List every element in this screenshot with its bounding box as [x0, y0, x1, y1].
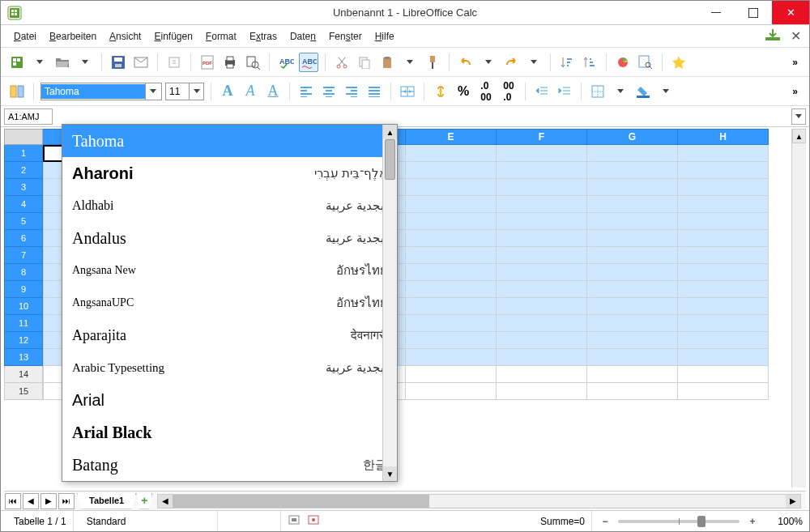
- cell[interactable]: [678, 145, 769, 162]
- cell[interactable]: [678, 315, 769, 332]
- currency-button[interactable]: [431, 82, 450, 101]
- align-center-button[interactable]: [319, 82, 339, 101]
- remove-decimal-button[interactable]: 00.0: [499, 82, 518, 101]
- scroll-up-button[interactable]: ▲: [383, 125, 397, 139]
- cell[interactable]: [406, 332, 497, 349]
- next-sheet-button[interactable]: ▶: [40, 493, 57, 509]
- cell[interactable]: [678, 383, 769, 400]
- font-name-input[interactable]: [41, 84, 145, 99]
- column-header[interactable]: H: [678, 129, 769, 145]
- underline-button[interactable]: A: [263, 82, 283, 101]
- cell[interactable]: [497, 213, 587, 230]
- cut-button[interactable]: [332, 53, 352, 72]
- cell[interactable]: [678, 349, 769, 366]
- menu-einfuegen[interactable]: Einfügen: [149, 28, 197, 45]
- percent-button[interactable]: %: [454, 82, 473, 101]
- menu-extras[interactable]: Extras: [245, 28, 282, 45]
- scroll-up-button[interactable]: ▲: [792, 129, 806, 143]
- cell[interactable]: [587, 162, 678, 179]
- menu-format[interactable]: Format: [201, 28, 241, 45]
- download-icon[interactable]: [765, 28, 781, 44]
- cell[interactable]: [406, 230, 497, 247]
- status-sum[interactable]: Summe=0: [534, 511, 592, 531]
- font-name-dropdown-button[interactable]: [145, 83, 160, 100]
- hscroll-thumb[interactable]: [173, 495, 429, 508]
- close-document-button[interactable]: ✕: [791, 28, 801, 44]
- borders-dropdown[interactable]: [611, 82, 630, 101]
- cell[interactable]: [587, 332, 678, 349]
- increase-indent-button[interactable]: [555, 82, 574, 101]
- font-list-scrollbar[interactable]: ▲ ▼: [382, 125, 397, 481]
- cell[interactable]: [678, 247, 769, 264]
- menu-daten[interactable]: Daten: [285, 28, 321, 45]
- cell[interactable]: [406, 264, 497, 281]
- cell[interactable]: [406, 247, 497, 264]
- format-paintbrush-button[interactable]: [423, 53, 442, 72]
- bg-color-button[interactable]: [633, 82, 653, 101]
- font-option[interactable]: Batang한글: [62, 449, 397, 481]
- row-header[interactable]: 15: [4, 383, 43, 400]
- font-size-input[interactable]: [166, 84, 189, 99]
- font-option[interactable]: Arabic Typesettingأبجدية عربية: [62, 351, 397, 384]
- cell[interactable]: [587, 179, 678, 196]
- row-header[interactable]: 14: [4, 366, 43, 383]
- row-header[interactable]: 9: [4, 281, 43, 298]
- sort-desc-button[interactable]: [580, 53, 599, 72]
- print-preview-button[interactable]: [243, 53, 262, 72]
- print-button[interactable]: [220, 53, 240, 72]
- font-option[interactable]: AngsanaUPCอักษรไทย: [62, 287, 397, 319]
- status-insert-mode[interactable]: [224, 511, 281, 531]
- save-button[interactable]: [109, 53, 128, 72]
- cell[interactable]: [497, 264, 587, 281]
- undo-dropdown[interactable]: [479, 53, 498, 72]
- menu-ansicht[interactable]: Ansicht: [104, 28, 146, 45]
- sort-asc-button[interactable]: [557, 53, 577, 72]
- cell[interactable]: [587, 315, 678, 332]
- decrease-indent-button[interactable]: [532, 82, 552, 101]
- sheet-tab[interactable]: Tabelle1: [77, 493, 136, 509]
- styles-button[interactable]: [7, 82, 27, 101]
- font-option[interactable]: Tahoma: [62, 125, 397, 157]
- row-header[interactable]: 4: [4, 196, 43, 213]
- row-header[interactable]: 8: [4, 264, 43, 281]
- font-option[interactable]: Angsana Newอักษรไทย: [62, 254, 397, 287]
- zoom-slider[interactable]: [618, 520, 740, 523]
- first-sheet-button[interactable]: ⏮: [5, 493, 21, 509]
- paste-button[interactable]: [377, 53, 397, 72]
- cell[interactable]: [497, 315, 587, 332]
- horizontal-scrollbar[interactable]: ◀ ▶: [157, 494, 801, 509]
- cell[interactable]: [497, 247, 587, 264]
- add-decimal-button[interactable]: .000: [476, 82, 496, 101]
- cell[interactable]: [406, 349, 497, 366]
- row-header[interactable]: 3: [4, 179, 43, 196]
- maximize-button[interactable]: [735, 1, 772, 24]
- cell[interactable]: [497, 196, 587, 213]
- zoom-out-button[interactable]: −: [599, 515, 612, 528]
- column-header[interactable]: G: [587, 129, 678, 145]
- menu-fenster[interactable]: Fenster: [324, 28, 367, 45]
- minimize-button[interactable]: [697, 1, 735, 24]
- align-right-button[interactable]: [342, 82, 361, 101]
- font-option[interactable]: Arial Black: [62, 416, 397, 449]
- status-modified-icon[interactable]: [307, 514, 320, 528]
- cell[interactable]: [497, 332, 587, 349]
- pdf-button[interactable]: PDF: [198, 53, 217, 72]
- cell[interactable]: [678, 179, 769, 196]
- cell[interactable]: [406, 383, 497, 400]
- column-header[interactable]: E: [406, 129, 497, 145]
- paste-dropdown[interactable]: [400, 53, 420, 72]
- cell[interactable]: [406, 145, 497, 162]
- scroll-right-button[interactable]: ▶: [786, 495, 800, 508]
- borders-button[interactable]: [588, 82, 608, 101]
- align-justify-button[interactable]: [364, 82, 384, 101]
- redo-dropdown[interactable]: [524, 53, 544, 72]
- cell[interactable]: [587, 145, 678, 162]
- cell[interactable]: [587, 281, 678, 298]
- row-header[interactable]: 2: [4, 162, 43, 179]
- cell[interactable]: [587, 247, 678, 264]
- toolbar-overflow-button[interactable]: »: [787, 57, 803, 68]
- cell[interactable]: [406, 315, 497, 332]
- vertical-scrollbar[interactable]: ▲: [791, 129, 806, 487]
- cell[interactable]: [406, 366, 497, 383]
- row-header[interactable]: 11: [4, 315, 43, 332]
